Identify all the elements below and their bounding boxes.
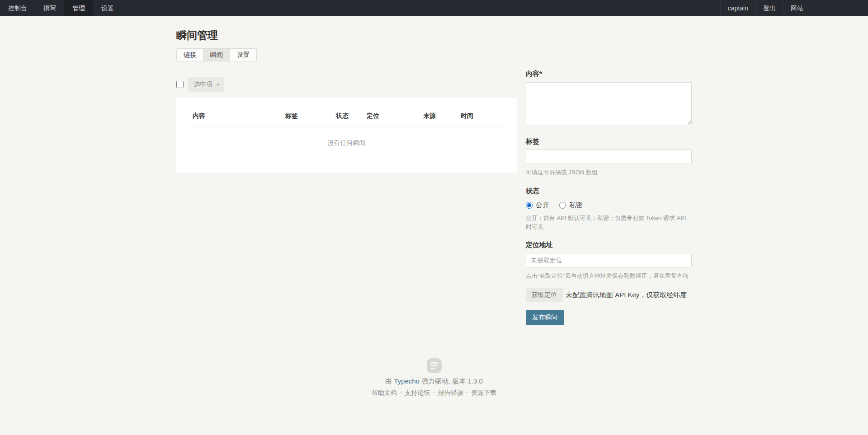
location-input[interactable] (526, 253, 692, 267)
nav-item-user[interactable]: captain (720, 0, 755, 16)
page-root: 控制台 撰写 管理 设置 captain 登出 网站 瞬间管理 链接 瞬间 设置 (0, 0, 868, 435)
content-textarea[interactable] (526, 82, 692, 125)
footer-links: 帮助文档•支持论坛•报告错误•资源下载 (0, 389, 868, 397)
nav-item-write[interactable]: 撰写 (35, 0, 64, 16)
nav-left-group: 控制台 撰写 管理 设置 (0, 0, 122, 16)
column-header-content: 内容 (190, 98, 283, 126)
status-radio-group: 公开 私密 (526, 201, 692, 210)
status-option-public[interactable]: 公开 (526, 201, 549, 210)
typecho-link[interactable]: Typecho (394, 377, 420, 385)
publish-form-column: 内容* 标签 可填逗号分隔或 JSON 数组 状态 公开 私密 公开：前 (526, 48, 692, 326)
selected-items-dropdown[interactable]: 选中项 ▾ (188, 77, 224, 92)
footer-link-bugs[interactable]: 报告错误 (438, 389, 463, 396)
table-header-row: 内容 标签 状态 定位 来源 时间 (190, 98, 503, 126)
main-container: 瞬间管理 链接 瞬间 设置 选中项 ▾ (176, 29, 692, 325)
publish-moment-button[interactable]: 发布瞬间 (526, 310, 564, 325)
bulk-operations-row: 选中项 ▾ (176, 77, 517, 92)
nav-item-site[interactable]: 网站 (783, 0, 811, 16)
get-location-note: 未配置腾讯地图 API Key，仅获取经纬度 (566, 291, 687, 299)
main-row: 链接 瞬间 设置 选中项 ▾ 内容 (176, 48, 692, 326)
list-column: 链接 瞬间 设置 选中项 ▾ 内容 (176, 48, 517, 173)
tab-links[interactable]: 链接 (176, 48, 203, 61)
nav-item-logout[interactable]: 登出 (755, 0, 783, 16)
logo-bar (430, 368, 435, 369)
dot-separator: • (467, 390, 468, 395)
status-radio-public[interactable] (526, 202, 533, 209)
location-label: 定位地址 (526, 241, 692, 249)
powered-by-text: 由 Typecho 强力驱动, 版本 1.3.0 (0, 377, 868, 386)
content-label: 内容* (526, 70, 692, 78)
submit-row: 发布瞬间 (526, 310, 692, 325)
dot-separator: • (400, 390, 402, 395)
status-label: 状态 (526, 187, 692, 195)
tags-input[interactable] (526, 150, 692, 164)
table-empty-row: 没有任何瞬间 (190, 126, 503, 173)
tab-settings[interactable]: 设置 (230, 48, 257, 61)
tab-moments[interactable]: 瞬间 (203, 48, 230, 61)
footer-link-forum[interactable]: 支持论坛 (405, 389, 430, 396)
selected-items-label: 选中项 (193, 80, 212, 88)
column-header-location: 定位 (364, 98, 420, 126)
get-location-button[interactable]: 获取定位 (526, 288, 563, 302)
tab-group: 链接 瞬间 设置 (176, 48, 257, 61)
moments-table-card: 内容 标签 状态 定位 来源 时间 没有任何瞬间 (176, 98, 517, 173)
powered-prefix: 由 (385, 377, 394, 385)
status-public-label: 公开 (536, 201, 549, 210)
moments-table: 内容 标签 状态 定位 来源 时间 没有任何瞬间 (190, 98, 503, 173)
typecho-logo-icon (427, 358, 442, 373)
column-header-time: 时间 (458, 98, 503, 126)
top-navigation-bar: 控制台 撰写 管理 设置 captain 登出 网站 (0, 0, 868, 16)
footer-link-resources[interactable]: 资源下载 (471, 389, 496, 396)
tags-label: 标签 (526, 137, 692, 145)
chevron-down-icon: ▾ (217, 82, 219, 87)
location-help-text: 点击“获取定位”后自动填充地址并保存到数据库，避免重复查询 (526, 271, 692, 281)
nav-right-group: captain 登出 网站 (720, 0, 811, 16)
logo-bar (430, 362, 438, 364)
status-radio-private[interactable] (559, 202, 566, 209)
status-option-private[interactable]: 私密 (559, 201, 583, 210)
powered-suffix: 强力驱动, 版本 1.3.0 (420, 377, 483, 385)
page-title: 瞬间管理 (176, 29, 692, 42)
select-all-checkbox[interactable] (176, 81, 184, 88)
status-private-label: 私密 (569, 201, 583, 210)
logo-bar (430, 365, 437, 366)
column-header-tags: 标签 (283, 98, 333, 126)
nav-item-settings[interactable]: 设置 (93, 0, 122, 16)
tags-help-text: 可填逗号分隔或 JSON 数组 (526, 168, 692, 177)
status-help-text: 公开：前台 API 默认可见；私密：仅携带有效 Token 请求 API 时可见 (526, 214, 692, 232)
dot-separator: • (433, 390, 435, 395)
empty-state-text: 没有任何瞬间 (190, 126, 503, 173)
footer: 由 Typecho 强力驱动, 版本 1.3.0 帮助文档•支持论坛•报告错误•… (0, 358, 868, 435)
column-header-status: 状态 (333, 98, 364, 126)
get-location-row: 获取定位 未配置腾讯地图 API Key，仅获取经纬度 (526, 288, 692, 302)
column-header-source: 来源 (420, 98, 458, 126)
nav-item-console[interactable]: 控制台 (0, 0, 35, 16)
footer-link-docs[interactable]: 帮助文档 (372, 389, 397, 396)
nav-item-manage[interactable]: 管理 (64, 0, 93, 16)
